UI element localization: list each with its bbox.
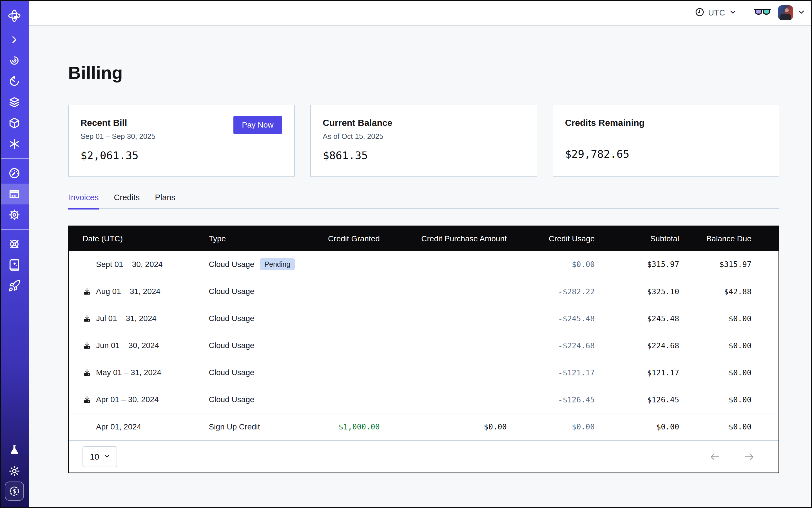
col-credit-granted: Credit Granted [305, 226, 380, 251]
credit-usage: -$126.45 [507, 386, 595, 413]
credit-granted [305, 332, 380, 359]
sidebar-item-history[interactable] [0, 71, 29, 92]
current-balance-card: Current Balance As of Oct 15, 2025 $861.… [310, 105, 537, 177]
chevron-right-icon [8, 34, 20, 46]
timezone-label: UTC [708, 8, 725, 17]
sidebar-item-launch[interactable] [0, 276, 29, 296]
credit-granted [305, 386, 380, 413]
sidebar-item-expand[interactable] [0, 29, 29, 50]
download-icon [83, 374, 91, 378]
balance-due: $42.88 [679, 278, 778, 305]
topbar: UTC [29, 0, 812, 26]
tab-plans[interactable]: Plans [154, 193, 176, 208]
gear-icon [8, 208, 21, 221]
timezone-selector[interactable]: UTC [692, 5, 740, 20]
sidebar-item-usage[interactable] [0, 163, 29, 183]
table-row: Apr 01, 2024 Sign Up Credit $1,000.00 $0… [69, 413, 778, 440]
spiral-icon [8, 54, 21, 67]
reader-mode-button[interactable] [754, 7, 771, 18]
download-icon [83, 401, 91, 405]
sidebar-item-layers[interactable] [0, 92, 29, 113]
invoice-type: Cloud Usage [209, 287, 254, 296]
table-row: Jun 01 – 30, 2024 Cloud Usage -$224.68 $… [69, 332, 778, 359]
helm-icon [8, 238, 21, 251]
sun-icon [8, 465, 21, 477]
sidebar-item-credits-badge[interactable]: $ [5, 481, 24, 501]
credit-granted: $1,000.00 [305, 413, 380, 440]
invoice-type: Cloud Usage [209, 341, 254, 350]
next-page-button[interactable] [742, 450, 757, 464]
col-type: Type [209, 226, 304, 251]
subtotal: $315.97 [595, 251, 679, 278]
card-title: Credits Remaining [565, 118, 766, 128]
sidebar-item-billing[interactable] [0, 183, 29, 204]
table-header: Date (UTC) Type Credit Granted Credit Pu… [69, 226, 778, 251]
subtotal: $245.48 [595, 305, 679, 332]
book-sparkle-icon [8, 258, 21, 271]
glasses-icon [754, 7, 771, 18]
download-invoice-button[interactable] [83, 341, 91, 350]
col-date: Date (UTC) [69, 226, 209, 251]
chevron-down-icon [729, 8, 737, 17]
sidebar-item-services[interactable] [0, 133, 29, 154]
invoice-type: Cloud Usage [209, 368, 254, 377]
content: Billing Recent Bill Sep 01 – Sep 30, 202… [29, 26, 812, 508]
summary-cards: Recent Bill Sep 01 – Sep 30, 2025 $2,061… [68, 105, 779, 177]
pay-now-button[interactable]: Pay Now [233, 116, 282, 134]
download-invoice-button[interactable] [83, 287, 91, 296]
download-invoice-button[interactable] [83, 368, 91, 377]
sidebar-item-support[interactable] [0, 234, 29, 255]
sidebar-item-labs[interactable] [0, 440, 29, 461]
page-title: Billing [68, 62, 779, 83]
page-size-select[interactable]: 10 [83, 446, 117, 467]
sidebar-item-theme[interactable] [0, 461, 29, 481]
download-invoice-button[interactable] [83, 314, 91, 323]
invoice-type: Cloud Usage [209, 395, 254, 404]
balance-due: $0.00 [679, 413, 778, 440]
credit-granted [305, 278, 380, 305]
col-subtotal: Subtotal [595, 226, 679, 251]
timer-icon [8, 75, 21, 88]
table-row: Jul 01 – 31, 2024 Cloud Usage -$245.48 $… [69, 305, 778, 332]
credit-purchase [380, 359, 507, 386]
sidebar-item-observe[interactable] [0, 50, 29, 71]
table-row: Sept 01 – 30, 2024 Cloud UsagePending $0… [69, 251, 778, 278]
credit-purchase [380, 332, 507, 359]
credit-granted [305, 359, 380, 386]
subtotal: $0.00 [595, 413, 679, 440]
credits-remaining-amount: $29,782.65 [565, 148, 766, 160]
clock-icon [695, 7, 705, 18]
balance-due: $0.00 [679, 359, 778, 386]
balance-due: $0.00 [679, 305, 778, 332]
tab-credits[interactable]: Credits [113, 193, 140, 208]
arrow-left-icon [709, 459, 721, 463]
recent-bill-amount: $2,061.35 [81, 149, 282, 162]
status-badge: Pending [260, 258, 295, 270]
col-credit-purchase: Credit Purchase Amount [380, 226, 507, 251]
download-invoice-button[interactable] [83, 395, 91, 404]
sidebar-item-docs[interactable] [0, 255, 29, 276]
sidebar-divider [0, 158, 29, 159]
credit-purchase: $0.00 [380, 413, 507, 440]
tab-invoices[interactable]: Invoices [68, 193, 99, 208]
balance-due: $315.97 [679, 251, 778, 278]
balance-due: $0.00 [679, 332, 778, 359]
layers-icon [8, 96, 21, 109]
cube-icon [8, 117, 21, 130]
sidebar-item-packages[interactable] [0, 113, 29, 133]
previous-page-button[interactable] [708, 450, 722, 464]
credit-usage: $0.00 [507, 413, 595, 440]
download-icon [83, 320, 91, 324]
avatar [778, 5, 793, 20]
app-root: $ UTC [0, 0, 812, 508]
app-logo[interactable] [0, 2, 29, 29]
invoice-date: Jun 01 – 30, 2024 [96, 341, 159, 350]
invoice-type: Cloud Usage [209, 260, 254, 269]
table-row: Aug 01 – 31, 2024 Cloud Usage -$282.22 $… [69, 278, 778, 305]
account-menu[interactable] [778, 5, 806, 20]
billing-card-icon [8, 187, 21, 201]
sidebar-item-settings[interactable] [0, 204, 29, 225]
sidebar-spacer [0, 296, 29, 440]
credit-purchase [380, 386, 507, 413]
billing-tabs: Invoices Credits Plans [68, 193, 779, 209]
